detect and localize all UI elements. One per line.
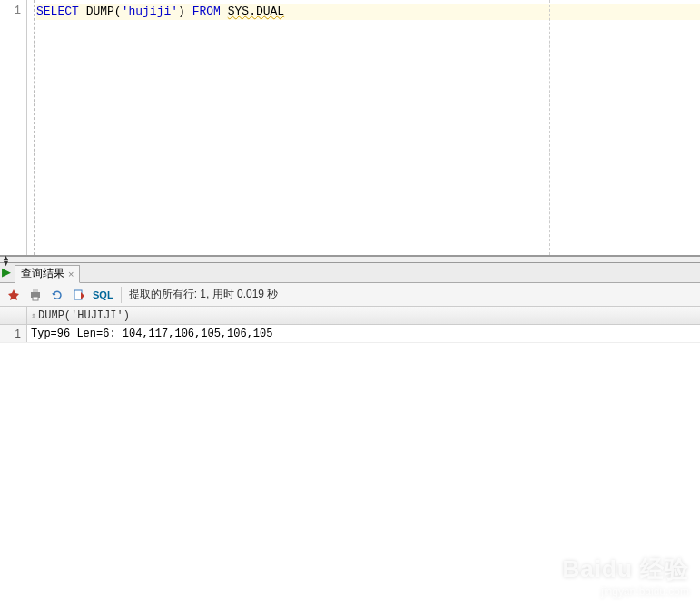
svg-rect-2 (33, 297, 38, 300)
row-number: 1 (0, 325, 27, 342)
table-name: SYS.DUAL (228, 5, 284, 18)
status-elapsed: 0.019 (237, 288, 264, 300)
sql-editor-area: 1 SELECT DUMP('hujiji') FROM SYS.DUAL (0, 0, 700, 256)
column-header-label: DUMP('HUJIJI') (38, 309, 130, 322)
horizontal-splitter[interactable]: ▲▼ (0, 256, 700, 263)
code-content[interactable]: SELECT DUMP('hujiji') FROM SYS.DUAL (35, 0, 700, 255)
export-icon[interactable] (71, 287, 87, 303)
cell-value[interactable]: Typ=96 Len=6: 104,117,106,105,106,105 (27, 325, 272, 342)
results-tab-bar: 查询结果 × (0, 263, 700, 283)
watermark-sub: jingyan.baidu.com (563, 585, 689, 598)
watermark: Baidu 经验 jingyan.baidu.com (563, 553, 689, 598)
sort-icon[interactable]: ⇕ (31, 310, 36, 321)
fold-margin (27, 0, 35, 255)
keyword-select: SELECT (36, 5, 79, 18)
func-dump: DUMP (86, 5, 114, 18)
toolbar-separator (121, 287, 122, 303)
watermark-main: Baidu 经验 (563, 553, 689, 585)
code-area[interactable]: SELECT DUMP('hujiji') FROM SYS.DUAL (27, 0, 700, 255)
paren-open: ( (114, 5, 122, 18)
column-header[interactable]: ⇕ DUMP('HUJIJI') (27, 307, 281, 324)
svg-rect-1 (33, 289, 38, 292)
grid-header-row: ⇕ DUMP('HUJIJI') (0, 307, 700, 325)
status-text: 提取的所有行: 1, 用时 0.019 秒 (129, 287, 279, 302)
results-toolbar: SQL 提取的所有行: 1, 用时 0.019 秒 (0, 283, 700, 307)
status-prefix: 提取的所有行: (129, 288, 201, 300)
pin-icon[interactable] (5, 287, 22, 303)
print-icon[interactable] (27, 287, 44, 303)
paren-close: ) (178, 5, 185, 18)
sql-button[interactable]: SQL (93, 289, 113, 300)
grid-corner (0, 307, 27, 324)
string-literal: 'hujiji' (122, 5, 178, 18)
line-number: 1 (0, 4, 21, 17)
refresh-icon[interactable] (49, 287, 65, 303)
status-suffix: 秒 (264, 288, 278, 300)
print-margin (549, 0, 550, 255)
result-grid: ⇕ DUMP('HUJIJI') 1 Typ=96 Len=6: 104,117… (0, 307, 700, 343)
close-icon[interactable]: × (68, 269, 74, 279)
keyword-from: FROM (192, 5, 221, 18)
status-mid: , 用时 (206, 288, 237, 300)
status-rowcount: 1 (200, 288, 206, 300)
run-icon[interactable]: ▶ (2, 265, 11, 279)
svg-rect-3 (74, 290, 82, 299)
code-line-1[interactable]: SELECT DUMP('hujiji') FROM SYS.DUAL (36, 4, 700, 20)
tab-label: 查询结果 (21, 266, 64, 281)
table-row[interactable]: 1 Typ=96 Len=6: 104,117,106,105,106,105 (0, 325, 700, 343)
tab-query-result[interactable]: 查询结果 × (15, 265, 80, 283)
line-gutter: 1 (0, 0, 27, 255)
